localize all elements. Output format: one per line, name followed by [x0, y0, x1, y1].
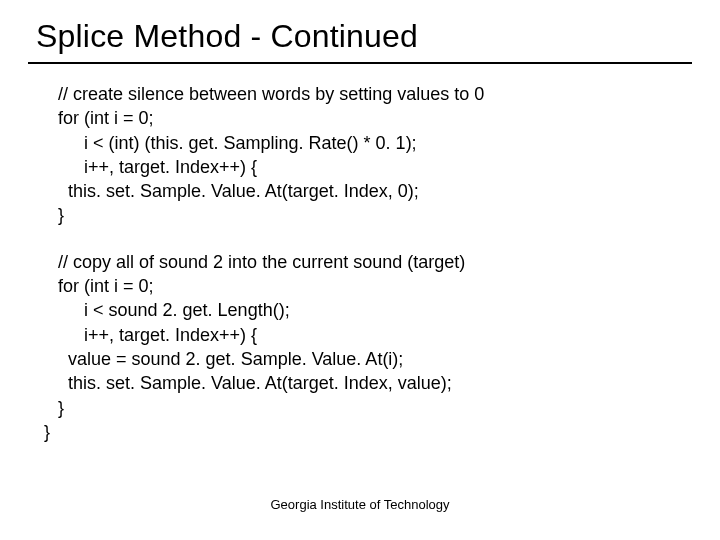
code-line: }	[58, 203, 678, 227]
code-line: i++, target. Index++) {	[58, 155, 678, 179]
code-line: // copy all of sound 2 into the current …	[58, 250, 678, 274]
code-block-2: // copy all of sound 2 into the current …	[58, 250, 678, 444]
code-line: this. set. Sample. Value. At(target. Ind…	[58, 371, 678, 395]
slide-title: Splice Method - Continued	[36, 18, 418, 55]
code-line: // create silence between words by setti…	[58, 82, 678, 106]
code-line: for (int i = 0;	[58, 106, 678, 130]
title-underline	[28, 62, 692, 64]
code-line: for (int i = 0;	[58, 274, 678, 298]
code-line: }	[44, 420, 678, 444]
slide: Splice Method - Continued // create sile…	[0, 0, 720, 540]
code-block-1: // create silence between words by setti…	[58, 82, 678, 228]
code-line: this. set. Sample. Value. At(target. Ind…	[58, 179, 678, 203]
code-line: i++, target. Index++) {	[58, 323, 678, 347]
slide-body: // create silence between words by setti…	[58, 82, 678, 444]
code-line: }	[58, 396, 678, 420]
code-line: i < sound 2. get. Length();	[58, 298, 678, 322]
code-line: i < (int) (this. get. Sampling. Rate() *…	[58, 131, 678, 155]
code-line: value = sound 2. get. Sample. Value. At(…	[58, 347, 678, 371]
footer-text: Georgia Institute of Technology	[0, 497, 720, 512]
